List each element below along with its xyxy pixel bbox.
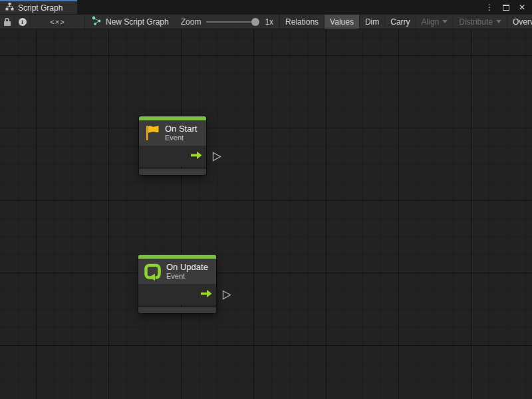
zoom-value: 1x bbox=[265, 17, 273, 27]
node-port-row[interactable] bbox=[138, 284, 216, 305]
tab-bar: Script Graph ⋮ ✕ bbox=[0, 0, 532, 14]
maximize-icon[interactable] bbox=[503, 1, 509, 13]
node-subtitle: Event bbox=[166, 272, 208, 281]
flow-arrow-icon bbox=[191, 150, 202, 162]
node-header[interactable]: On Update Event bbox=[138, 259, 216, 284]
align-dropdown: Align bbox=[416, 15, 454, 29]
node-titles: On Start Event bbox=[165, 124, 197, 142]
dim-toggle[interactable]: Dim bbox=[359, 15, 384, 29]
loop-icon bbox=[144, 263, 162, 281]
graph-canvas[interactable]: On Start Event bbox=[0, 29, 532, 399]
tab-script-graph[interactable]: Script Graph bbox=[0, 0, 77, 14]
code-preview-button[interactable]: <×> bbox=[31, 15, 85, 29]
node-titles: On Update Event bbox=[166, 262, 208, 281]
graph-toolbar: i <×> New Script Graph Zoom 1x bbox=[0, 14, 532, 29]
tabbar-spacer bbox=[77, 0, 485, 14]
node-header[interactable]: On Start Event bbox=[139, 120, 206, 146]
distribute-dropdown: Distribute bbox=[453, 15, 507, 29]
node-footer bbox=[138, 307, 216, 313]
flag-icon bbox=[144, 124, 160, 142]
relations-toggle[interactable]: Relations bbox=[279, 15, 324, 29]
graph-breadcrumb[interactable]: New Script Graph bbox=[85, 15, 176, 29]
zoom-control: Zoom 1x bbox=[176, 15, 279, 29]
node-on-update[interactable]: On Update Event bbox=[138, 255, 216, 313]
zoom-slider[interactable] bbox=[206, 18, 259, 26]
graph-hierarchy-icon bbox=[5, 3, 14, 13]
graph-name-label: New Script Graph bbox=[106, 17, 169, 27]
inspect-button[interactable]: i bbox=[15, 15, 31, 29]
node-subtitle: Event bbox=[165, 134, 197, 142]
node-footer bbox=[139, 169, 206, 175]
more-menu-icon[interactable]: ⋮ bbox=[485, 3, 493, 11]
values-toggle[interactable]: Values bbox=[324, 15, 359, 29]
window-controls: ⋮ ✕ bbox=[485, 0, 532, 14]
padlock-icon bbox=[4, 18, 11, 26]
node-port-row[interactable] bbox=[139, 146, 206, 167]
flow-arrow-icon bbox=[201, 289, 212, 301]
node-title: On Update bbox=[166, 262, 208, 272]
output-port-triangle[interactable] bbox=[222, 290, 231, 300]
dropdown-arrow-icon bbox=[442, 20, 448, 23]
tab-title: Script Graph bbox=[18, 3, 63, 13]
close-icon[interactable]: ✕ bbox=[519, 3, 525, 11]
zoom-label: Zoom bbox=[181, 17, 201, 27]
dropdown-arrow-icon bbox=[496, 20, 501, 23]
output-port-triangle[interactable] bbox=[212, 152, 221, 162]
node-on-start[interactable]: On Start Event bbox=[139, 116, 206, 175]
carry-toggle[interactable]: Carry bbox=[384, 15, 415, 29]
code-icon: <×> bbox=[50, 18, 65, 26]
lock-button[interactable] bbox=[0, 15, 15, 29]
node-title: On Start bbox=[165, 124, 197, 134]
zoom-slider-handle[interactable] bbox=[251, 18, 259, 26]
info-icon: i bbox=[19, 18, 27, 26]
script-graph-window: Script Graph ⋮ ✕ i <×> bbox=[0, 0, 532, 399]
new-graph-icon bbox=[92, 16, 102, 27]
overview-button[interactable]: Overview bbox=[507, 15, 532, 29]
